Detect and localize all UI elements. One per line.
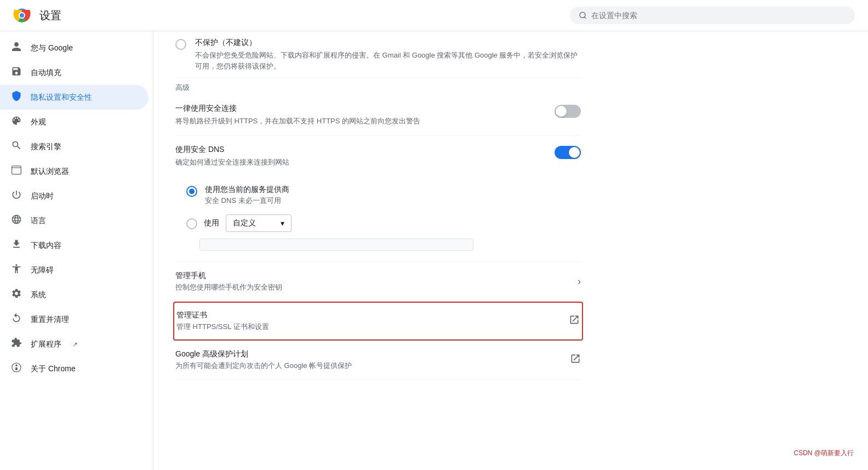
sidebar-item-label-search: 搜索引擎 (31, 142, 61, 152)
https-toggle[interactable] (555, 105, 581, 118)
manage-certs-content: 管理证书 管理 HTTPS/SSL 证书和设置 (176, 310, 569, 332)
sidebar-item-label-about: 关于 Chrome (31, 364, 76, 374)
autofill-icon (11, 66, 22, 80)
sidebar-item-system[interactable]: 系统 (0, 282, 149, 307)
person-icon (11, 41, 22, 55)
svg-rect-6 (12, 166, 21, 174)
dns-current-label: 使用您当前的服务提供商 (205, 185, 289, 195)
manage-certs-ext-link-icon (569, 314, 580, 328)
dns-setting: 使用安全 DNS 确定如何通过安全连接来连接到网站 (175, 136, 581, 263)
https-setting-title: 一律使用安全连接 (175, 104, 546, 114)
dns-custom-input[interactable] (199, 239, 473, 251)
sidebar-item-label-default-browser: 默认浏览器 (31, 167, 69, 177)
privacy-shield-icon (11, 90, 22, 104)
dns-option-current[interactable]: 使用您当前的服务提供商 安全 DNS 未必一直可用 (175, 180, 581, 210)
sidebar-item-label-system: 系统 (31, 290, 46, 300)
main-layout: 您与 Google 自动填充 隐私设置和安全性 外观 搜索引擎 (0, 31, 868, 470)
https-toggle-thumb (556, 106, 567, 117)
download-icon (11, 239, 22, 252)
unsafe-option-title: 不保护（不建议） (195, 38, 581, 48)
https-toggle-control (555, 105, 581, 118)
sidebar-item-label-reset: 重置并清理 (31, 315, 69, 325)
sidebar-item-privacy[interactable]: 隐私设置和安全性 (0, 85, 149, 110)
sidebar-item-label-language: 语言 (31, 216, 46, 226)
unsafe-radio-button[interactable] (175, 39, 186, 50)
svg-point-9 (15, 364, 18, 366)
google-advanced-ext-link-icon (570, 353, 581, 367)
svg-point-4 (580, 12, 585, 18)
manage-phone-arrow-icon: › (578, 276, 581, 287)
svg-point-3 (20, 13, 24, 18)
https-setting: 一律使用安全连接 将导航路径升级到 HTTPS，并在加载不支持 HTTPS 的网… (175, 95, 581, 136)
google-advanced-desc: 为所有可能会遭到定向攻击的个人 Google 帐号提供保护 (175, 361, 570, 371)
sidebar-item-default-browser[interactable]: 默认浏览器 (0, 159, 149, 184)
accessibility-icon (11, 263, 22, 277)
external-link-small-icon: ↗ (72, 341, 78, 348)
search-icon (579, 11, 587, 20)
search-bar[interactable] (570, 7, 855, 24)
sidebar-item-you-google[interactable]: 您与 Google (0, 36, 149, 60)
https-setting-desc: 将导航路径升级到 HTTPS，并在加载不支持 HTTPS 的网站之前向您发出警告 (175, 116, 546, 127)
sidebar-item-appearance[interactable]: 外观 (0, 110, 149, 134)
about-icon (11, 362, 22, 376)
language-icon (11, 214, 22, 228)
google-advanced-row[interactable]: Google 高级保护计划 为所有可能会遭到定向攻击的个人 Google 帐号提… (175, 341, 581, 380)
chevron-down-icon: ▾ (281, 219, 284, 228)
sidebar-item-language[interactable]: 语言 (0, 208, 149, 233)
dns-custom-radio[interactable] (186, 218, 197, 229)
app-header: 设置 (0, 0, 868, 31)
sidebar-item-reset[interactable]: 重置并清理 (0, 307, 149, 332)
dns-current-radio-content: 使用您当前的服务提供商 安全 DNS 未必一直可用 (205, 185, 289, 206)
manage-certs-row[interactable]: 管理证书 管理 HTTPS/SSL 证书和设置 (173, 302, 583, 341)
svg-line-5 (585, 17, 586, 19)
startup-icon (11, 189, 22, 203)
sidebar-item-extensions[interactable]: 扩展程序 ↗ (0, 332, 149, 356)
sidebar: 您与 Google 自动填充 隐私设置和安全性 外观 搜索引擎 (0, 31, 153, 470)
system-icon (11, 288, 22, 302)
dns-current-radio[interactable] (186, 186, 197, 197)
chrome-logo (13, 7, 31, 24)
sidebar-item-label-extensions: 扩展程序 (31, 339, 61, 349)
dns-sub-options: 使用您当前的服务提供商 安全 DNS 未必一直可用 使用 自定义 ▾ (175, 180, 581, 253)
dns-setting-header: 使用安全 DNS 确定如何通过安全连接来连接到网站 (175, 145, 581, 168)
sidebar-item-label-downloads: 下载内容 (31, 241, 61, 251)
sidebar-item-label-accessibility: 无障碍 (31, 265, 54, 275)
google-advanced-content: Google 高级保护计划 为所有可能会遭到定向攻击的个人 Google 帐号提… (175, 349, 570, 371)
sidebar-item-accessibility[interactable]: 无障碍 (0, 258, 149, 282)
extensions-icon (11, 337, 22, 351)
dns-toggle-thumb (569, 147, 580, 158)
dns-select-container: 自定义 ▾ (226, 214, 292, 232)
manage-phone-desc: 控制您使用哪些手机作为安全密钥 (175, 282, 578, 292)
search-input[interactable] (591, 11, 846, 20)
google-advanced-title: Google 高级保护计划 (175, 349, 570, 359)
sidebar-item-search[interactable]: 搜索引擎 (0, 134, 149, 159)
sidebar-item-downloads[interactable]: 下载内容 (0, 233, 149, 258)
sidebar-item-label-privacy: 隐私设置和安全性 (31, 93, 92, 103)
sidebar-item-startup[interactable]: 启动时 (0, 184, 149, 208)
dns-current-radio-inner (189, 189, 195, 194)
manage-phone-row[interactable]: 管理手机 控制您使用哪些手机作为安全密钥 › (175, 262, 581, 302)
https-setting-content: 一律使用安全连接 将导航路径升级到 HTTPS，并在加载不支持 HTTPS 的网… (175, 104, 546, 127)
sidebar-item-autofill[interactable]: 自动填充 (0, 60, 149, 85)
dns-custom-dropdown[interactable]: 自定义 ▾ (226, 214, 292, 232)
dns-option-custom-row: 使用 自定义 ▾ (175, 210, 581, 236)
dns-setting-title: 使用安全 DNS (175, 145, 555, 155)
sidebar-item-label-autofill: 自动填充 (31, 68, 61, 78)
page-title: 设置 (39, 8, 61, 23)
dns-toggle-control (555, 146, 581, 159)
unsafe-option-section: 不保护（不建议） 不会保护您免受危险网站、下载内容和扩展程序的侵害。在 Gmai… (175, 31, 581, 78)
sidebar-item-label-appearance: 外观 (31, 117, 46, 127)
sidebar-item-about[interactable]: 关于 Chrome (0, 356, 149, 381)
manage-certs-desc: 管理 HTTPS/SSL 证书和设置 (176, 322, 569, 332)
sidebar-item-label-startup: 启动时 (31, 191, 54, 201)
unsafe-option-content: 不保护（不建议） 不会保护您免受危险网站、下载内容和扩展程序的侵害。在 Gmai… (195, 38, 581, 71)
dns-use-label: 使用 (204, 218, 219, 228)
dns-toggle[interactable] (555, 146, 581, 159)
manage-certs-title: 管理证书 (176, 310, 569, 320)
main-content: 不保护（不建议） 不会保护您免受危险网站、下载内容和扩展程序的侵害。在 Gmai… (153, 31, 868, 470)
unsafe-option-inner: 不保护（不建议） 不会保护您免受危险网站、下载内容和扩展程序的侵害。在 Gmai… (175, 38, 581, 71)
content-inner: 不保护（不建议） 不会保护您免受危险网站、下载内容和扩展程序的侵害。在 Gmai… (153, 31, 603, 402)
reset-icon (11, 313, 22, 326)
watermark: CSDN @萌新要入行 (790, 448, 857, 459)
browser-icon (11, 165, 22, 178)
